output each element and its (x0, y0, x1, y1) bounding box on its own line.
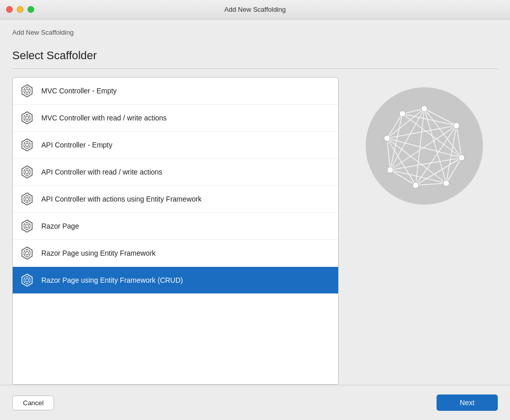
section-divider (12, 68, 498, 69)
list-item-label: API Controller with read / write actions (41, 168, 162, 176)
title-bar: Add New Scaffolding (0, 0, 510, 19)
page-header: Add New Scaffolding (0, 19, 510, 41)
svg-point-65 (26, 279, 29, 282)
svg-point-98 (421, 106, 427, 112)
graph-illustration (366, 87, 483, 205)
close-button[interactable] (6, 6, 13, 13)
svg-point-2 (26, 89, 29, 92)
scaffolder-icon (19, 191, 35, 207)
content-row: MVC Controller - Empty MVC Controller wi… (12, 77, 498, 385)
list-item[interactable]: API Controller with actions using Entity… (13, 186, 338, 213)
scaffolder-icon (19, 137, 35, 153)
svg-point-104 (384, 135, 390, 141)
svg-point-47 (26, 225, 29, 228)
svg-line-90 (416, 183, 446, 185)
scaffolder-list: MVC Controller - Empty MVC Controller wi… (12, 77, 339, 385)
scaffolder-icon (19, 164, 35, 180)
svg-point-103 (387, 167, 393, 173)
list-item-label: Razor Page using Entity Framework (41, 249, 156, 257)
cancel-button[interactable]: Cancel (12, 396, 54, 410)
list-item[interactable]: Razor Page (13, 213, 338, 240)
svg-point-100 (458, 155, 465, 161)
svg-line-93 (390, 170, 416, 185)
svg-point-102 (413, 182, 419, 188)
list-item[interactable]: Razor Page using Entity Framework (13, 240, 338, 267)
next-button[interactable]: Next (437, 394, 498, 411)
list-item-label: MVC Controller with read / write actions (41, 114, 167, 122)
svg-point-29 (26, 170, 29, 174)
maximize-button[interactable] (28, 6, 34, 13)
list-item[interactable]: MVC Controller with read / write actions (13, 105, 338, 132)
footer: Cancel Next (0, 385, 510, 420)
scaffolder-icon (19, 218, 35, 234)
list-item[interactable]: API Controller - Empty (13, 132, 338, 159)
svg-line-76 (390, 109, 424, 170)
scaffolder-icon (19, 83, 35, 99)
window-controls (6, 6, 34, 13)
scaffolder-icon (19, 110, 35, 126)
section: Select Scaffolder MVC Controller - Empty (0, 41, 510, 385)
page-title: Select Scaffolder (12, 49, 498, 62)
svg-point-99 (453, 122, 460, 129)
list-item[interactable]: Razor Page using Entity Framework (CRUD) (13, 267, 338, 293)
list-item-label: Razor Page using Entity Framework (CRUD) (41, 276, 183, 284)
window-title: Add New Scaffolding (224, 6, 286, 13)
main-content: Add New Scaffolding Select Scaffolder MV… (0, 19, 510, 420)
graph-container (351, 77, 498, 385)
svg-point-56 (26, 252, 29, 255)
svg-line-73 (424, 109, 462, 158)
minimize-button[interactable] (17, 6, 23, 13)
svg-point-38 (26, 197, 29, 201)
list-item-label: API Controller with actions using Entity… (41, 195, 201, 203)
list-item-label: API Controller - Empty (41, 141, 112, 149)
svg-line-72 (424, 109, 456, 126)
svg-point-20 (26, 143, 29, 146)
list-item[interactable]: MVC Controller - Empty (13, 78, 338, 105)
svg-point-11 (26, 116, 29, 119)
list-item[interactable]: API Controller with read / write actions (13, 159, 338, 186)
breadcrumb: Add New Scaffolding (12, 29, 73, 36)
svg-line-94 (387, 138, 416, 185)
svg-point-101 (443, 180, 449, 186)
svg-point-105 (399, 111, 405, 117)
scaffolder-icon (19, 272, 35, 288)
svg-line-79 (456, 126, 462, 158)
list-item-label: Razor Page (41, 222, 79, 230)
scaffolder-icon (19, 245, 35, 261)
list-item-label: MVC Controller - Empty (41, 87, 117, 95)
